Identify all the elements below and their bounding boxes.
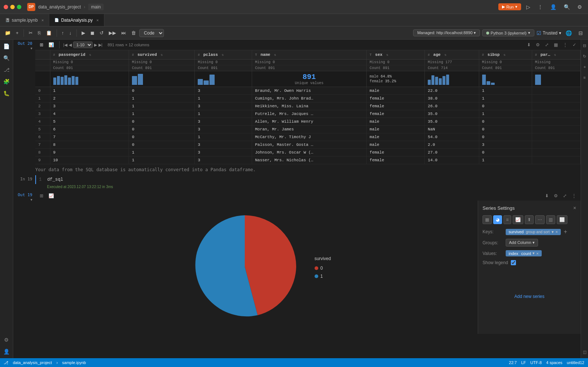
- add-series-link[interactable]: Add new series: [483, 291, 576, 302]
- chart-view-icon[interactable]: 📊: [47, 42, 55, 48]
- chart-type-scatter[interactable]: ⋯: [535, 215, 545, 224]
- play-icon[interactable]: ▷: [524, 3, 533, 11]
- col-sort3-icon: ⇅: [222, 53, 223, 57]
- col-sibsp[interactable]: # sibsp ⇅: [479, 50, 532, 60]
- groups-add-column-btn[interactable]: Add Column ▾: [506, 239, 538, 247]
- chart-type-box[interactable]: ⬜: [557, 215, 567, 224]
- show-legend-checkbox[interactable]: [511, 260, 516, 265]
- df-more-icon[interactable]: ⋮: [562, 42, 569, 48]
- status-notebook[interactable]: untitled12: [567, 360, 584, 365]
- sidebar-file-icon[interactable]: 📄: [1, 41, 12, 51]
- globe-icon[interactable]: 🌐: [563, 29, 574, 37]
- branch-name[interactable]: main: [88, 4, 104, 10]
- code-line[interactable]: 1 df_sql: [36, 177, 581, 183]
- sidebar-debug-icon[interactable]: 🐛: [1, 88, 12, 98]
- chart-type-hist[interactable]: ▥: [546, 215, 555, 224]
- clear-icon[interactable]: 🗑: [129, 29, 138, 37]
- maximize-window-btn[interactable]: [17, 5, 21, 9]
- settings-icon[interactable]: ⚙: [575, 3, 584, 11]
- chart-expand-icon[interactable]: ⤢: [562, 193, 568, 199]
- right-panel-icon2[interactable]: ↻: [581, 52, 588, 61]
- df-check-icon[interactable]: ✓: [571, 42, 578, 48]
- next-page-btn[interactable]: ▶: [94, 43, 97, 47]
- ss-close-btn[interactable]: ×: [573, 205, 576, 211]
- managed-server-button[interactable]: Managed: http://localhost:8890 ▾: [413, 29, 480, 36]
- values-tag-sort-icon[interactable]: ▾: [533, 251, 535, 256]
- col-survived[interactable]: # survived ⇅: [129, 50, 194, 60]
- run-cell-icon[interactable]: ▶: [80, 29, 87, 37]
- tab-sample-ipynb[interactable]: 📓 sample.ipynb ×: [0, 14, 49, 26]
- chart-type-barh[interactable]: ≡: [503, 215, 511, 224]
- restart-icon[interactable]: ↺: [98, 29, 105, 37]
- first-page-btn[interactable]: |◀: [63, 43, 67, 47]
- chart-type-area[interactable]: ⬆: [525, 215, 534, 224]
- grid-view-icon[interactable]: ⊞: [38, 42, 45, 48]
- status-spaces[interactable]: 4 spaces: [546, 360, 562, 365]
- download-df-icon[interactable]: ⬇: [526, 42, 532, 48]
- col-pclass[interactable]: # pclass ⇅: [195, 50, 252, 60]
- right-panel-icon5[interactable]: ◫: [581, 348, 588, 357]
- df-filter-icon[interactable]: ▦: [552, 42, 559, 48]
- status-line-col[interactable]: 22:7: [509, 360, 517, 365]
- col-name[interactable]: T name ⇅: [252, 50, 366, 60]
- close-tab-icon[interactable]: ×: [42, 18, 44, 22]
- col-par[interactable]: # par… ⇅: [532, 50, 580, 60]
- last-page-btn[interactable]: ▶|: [98, 43, 103, 47]
- folder-icon[interactable]: 📁: [3, 29, 12, 37]
- skip-icon[interactable]: ⏭: [119, 29, 128, 37]
- chart-table-view-icon[interactable]: ⊞: [38, 193, 45, 199]
- keys-tag-close-icon[interactable]: ×: [555, 230, 557, 234]
- sidebar-account-icon[interactable]: 👤: [1, 346, 12, 357]
- paste-icon[interactable]: 📋: [44, 29, 54, 37]
- cut-icon[interactable]: ✂: [27, 29, 35, 37]
- status-encoding[interactable]: LF: [521, 360, 526, 365]
- chart-type-line[interactable]: 📈: [513, 215, 523, 224]
- prev-page-btn[interactable]: ◀: [69, 43, 72, 47]
- right-panel-icon4[interactable]: ≡: [581, 73, 588, 82]
- output-collapse-btn[interactable]: ▾: [31, 46, 32, 50]
- sidebar-git-icon[interactable]: ⎇: [1, 65, 12, 75]
- run-all-icon[interactable]: ▶▶: [107, 29, 118, 37]
- side-panel-icon[interactable]: ⊟: [576, 29, 585, 37]
- code-cell-in19: In 19 1 df_sql Executed at 2023.12.07 13…: [13, 175, 581, 191]
- move-up-icon[interactable]: ↑: [60, 29, 66, 37]
- close-tab2-icon[interactable]: ×: [96, 18, 98, 22]
- chart-view-active-icon[interactable]: 📈: [47, 193, 55, 199]
- stop-icon[interactable]: ◼: [89, 29, 96, 37]
- col-age[interactable]: # age ⇅: [425, 50, 479, 60]
- status-charset[interactable]: UTF-8: [530, 360, 542, 365]
- chart-settings-icon[interactable]: ⚙: [552, 193, 559, 199]
- tab-dataanalysis-py[interactable]: 📄 DataAnalysis.py ×: [49, 14, 104, 26]
- col-sex[interactable]: T sex ⇅: [366, 50, 424, 60]
- cell-type-select[interactable]: Code: [139, 29, 164, 37]
- table-row: 1211Cumings, Mrs. John Brad…female38.01: [35, 95, 581, 102]
- run-button[interactable]: ▶ Run ▾: [498, 3, 521, 10]
- chart-more-icon[interactable]: ⋮: [570, 193, 578, 199]
- chart-type-pie[interactable]: ◕: [493, 215, 502, 224]
- page-range-select[interactable]: 1-10: [73, 42, 93, 48]
- sidebar-search-icon[interactable]: 🔍: [1, 53, 12, 63]
- more-options-icon[interactable]: ⋮: [535, 3, 545, 11]
- keys-tag-sort-icon[interactable]: ▾: [552, 230, 554, 234]
- search-icon[interactable]: 🔍: [562, 3, 572, 11]
- sidebar-extensions-icon[interactable]: 🧩: [1, 76, 12, 87]
- kernel-select-button[interactable]: Python 3 (ipykernel) ▾: [482, 29, 534, 36]
- user-icon[interactable]: 👤: [548, 3, 559, 11]
- add-cell-icon[interactable]: +: [14, 29, 21, 37]
- keys-add-btn[interactable]: +: [564, 229, 567, 235]
- copy-icon[interactable]: ⎘: [36, 29, 43, 37]
- legend-item-1: 1: [315, 274, 331, 279]
- move-down-icon[interactable]: ↓: [67, 29, 74, 37]
- values-tag-close-icon[interactable]: ×: [536, 251, 538, 256]
- chart-download-icon[interactable]: ⬇: [544, 193, 550, 199]
- col-passengerid[interactable]: # passengerid ⇅: [50, 50, 129, 60]
- right-panel-icon1[interactable]: ⊟: [581, 41, 588, 50]
- right-panel-icon3[interactable]: ⌖: [581, 62, 588, 72]
- close-window-btn[interactable]: [4, 5, 8, 9]
- sidebar-settings-icon[interactable]: ⚙: [2, 335, 11, 345]
- chart-output-collapse-btn[interactable]: ▾: [31, 198, 32, 202]
- minimize-window-btn[interactable]: [10, 5, 15, 9]
- chart-type-bar[interactable]: ▦: [483, 215, 492, 224]
- df-settings-icon[interactable]: ⚙: [534, 42, 541, 48]
- df-expand-icon[interactable]: ⤢: [544, 42, 550, 48]
